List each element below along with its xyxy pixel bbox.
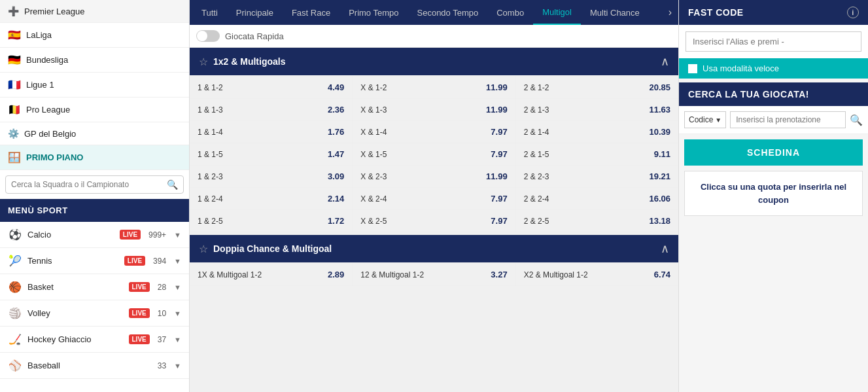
odds-value: 2.89	[328, 270, 344, 279]
sidebar-league-item-bundesliga[interactable]: 🇩🇪Bundesliga	[0, 48, 189, 73]
league-flag: 🇪🇸	[8, 29, 21, 41]
tab-fast-race[interactable]: Fast Race	[283, 0, 339, 25]
odds-cell[interactable]: 1 & 2-5 1.72	[190, 210, 352, 232]
cerca-search-button[interactable]: 🔍	[850, 114, 863, 126]
odds-value: 1.72	[328, 216, 344, 226]
odds-cell[interactable]: 2 & 1-3 11.63	[515, 99, 678, 120]
sport-name: Basket	[27, 282, 124, 292]
collapse-icon[interactable]: ∧	[661, 241, 669, 256]
odds-label: 1 & 1-2	[198, 83, 223, 92]
odds-label: 1 & 1-3	[198, 105, 223, 115]
section-1x2-multigoals: ☆ 1x2 & Multigoals ∧ 1 & 1-2 4.49 X & 1-…	[190, 48, 678, 232]
odds-value: 7.97	[491, 216, 507, 226]
collapse-icon[interactable]: ∧	[661, 54, 669, 69]
fast-code-title: FAST CODE	[688, 7, 744, 18]
sidebar: ➕Premier League🇪🇸LaLiga🇩🇪Bundesliga🇫🇷Lig…	[0, 0, 190, 392]
menu-sport-header: MENÙ SPORT	[0, 199, 189, 222]
tab-principale[interactable]: Principale	[227, 0, 283, 25]
live-badge: LIVE	[129, 334, 150, 344]
odds-cell[interactable]: 2 & 1-5 9.11	[515, 143, 678, 165]
odds-cell[interactable]: 2 & 2-5 13.18	[515, 210, 678, 232]
tab-secondo-tempo[interactable]: Secondo Tempo	[408, 0, 488, 25]
odds-cell[interactable]: 1 & 1-4 1.76	[190, 121, 352, 143]
sidebar-sport-item-hockey[interactable]: 🏒 Hockey Ghiaccio LIVE 37 ▼	[0, 327, 189, 353]
odds-cell[interactable]: 2 & 1-4 10.39	[515, 121, 678, 143]
odds-cell[interactable]: 1 & 2-3 3.09	[190, 166, 352, 187]
star-icon[interactable]: ☆	[199, 56, 208, 68]
section-header-left: ☆ 1x2 & Multigoals	[199, 56, 285, 68]
odds-cell[interactable]: X & 1-4 7.97	[352, 121, 515, 143]
tab-multi-chance[interactable]: Multi Chance	[581, 0, 649, 25]
giocata-rapida-toggle[interactable]	[196, 30, 220, 42]
section-title: Doppia Chance & Multigoal	[213, 243, 332, 254]
cerca-input[interactable]	[730, 111, 846, 128]
odds-cell[interactable]: X & 2-4 7.97	[352, 188, 515, 209]
star-icon[interactable]: ☆	[199, 243, 208, 255]
sidebar-sport-item-baseball[interactable]: ⚾ Baseball 33 ▼	[0, 353, 189, 379]
odds-cell[interactable]: 1 & 2-4 2.14	[190, 188, 352, 209]
odds-cell[interactable]: 12 & Multigoal 1-2 3.27	[352, 264, 515, 285]
odds-cell[interactable]: 1 & 1-2 4.49	[190, 77, 352, 98]
live-badge: LIVE	[124, 256, 145, 266]
odds-value: 7.97	[491, 149, 507, 159]
sport-name: Volley	[27, 308, 124, 318]
odds-cell[interactable]: 1X & Multigoal 1-2 2.89	[190, 264, 352, 285]
sidebar-league-item-ligue1[interactable]: 🇫🇷Ligue 1	[0, 73, 189, 98]
odds-cell[interactable]: X & 2-5 7.97	[352, 210, 515, 232]
section-title: 1x2 & Multigoals	[213, 56, 285, 67]
sidebar-sport-item-volley[interactable]: 🏐 Volley LIVE 10 ▼	[0, 300, 189, 327]
section-header-1x2-multigoals[interactable]: ☆ 1x2 & Multigoals ∧	[190, 48, 678, 75]
tab-tutti[interactable]: Tutti	[192, 0, 227, 25]
odds-cell[interactable]: 2 & 2-4 16.06	[515, 188, 678, 209]
fast-code-input[interactable]	[686, 31, 861, 52]
tab-primo-tempo[interactable]: Primo Tempo	[339, 0, 408, 25]
chevron-down-icon: ▼	[174, 362, 181, 370]
sidebar-league-item-laliga[interactable]: 🇪🇸LaLiga	[0, 23, 189, 48]
use-fast-mode-row[interactable]: Usa modalità veloce	[679, 58, 868, 79]
odds-value: 7.97	[491, 127, 507, 137]
odds-cell[interactable]: 2 & 2-3 19.21	[515, 166, 678, 187]
odds-row: 1 & 2-4 2.14 X & 2-4 7.97 2 & 2-4 16.06	[190, 188, 678, 210]
chevron-down-icon: ▼	[174, 231, 181, 239]
odds-label: X & 1-2	[360, 83, 387, 92]
sidebar-sport-item-tennis[interactable]: 🎾 Tennis LIVE 394 ▼	[0, 248, 189, 274]
cerca-dropdown[interactable]: Codice ▼	[684, 111, 726, 128]
sport-icon-calcio: ⚽	[8, 228, 22, 241]
section-header-doppia-chance[interactable]: ☆ Doppia Chance & Multigoal ∧	[190, 235, 678, 262]
odds-cell[interactable]: X & 1-3 11.99	[352, 99, 515, 120]
league-search-bar[interactable]: 🔍	[5, 175, 184, 194]
odds-row: 1 & 1-4 1.76 X & 1-4 7.97 2 & 1-4 10.39	[190, 121, 678, 143]
odds-cell[interactable]: X & 2-3 11.99	[352, 166, 515, 187]
odds-cell[interactable]: 1 & 1-5 1.47	[190, 143, 352, 165]
odds-label: X2 & Multigoal 1-2	[524, 270, 588, 279]
tab-combo[interactable]: Combo	[487, 0, 533, 25]
sport-name: Calcio	[27, 230, 114, 240]
sport-count: 10	[158, 309, 166, 318]
primo-piano-icon: 🪟	[8, 151, 21, 164]
sidebar-league-item-primo-piano[interactable]: 🪟PRIMO PIANO	[0, 145, 189, 170]
sidebar-league-item-pro-league[interactable]: 🇧🇪Pro League	[0, 98, 189, 122]
tabs-arrow-right[interactable]: ›	[665, 7, 676, 18]
sidebar-sport-item-calcio[interactable]: ⚽ Calcio LIVE 999+ ▼	[0, 222, 189, 248]
odds-cell[interactable]: 1 & 1-3 2.36	[190, 99, 352, 120]
sidebar-sport-item-basket[interactable]: 🏀 Basket LIVE 28 ▼	[0, 274, 189, 300]
odds-label: 1 & 1-5	[198, 150, 223, 159]
league-search-input[interactable]	[11, 180, 167, 189]
fast-code-input-area	[679, 25, 868, 58]
odds-value: 4.49	[328, 82, 344, 92]
odds-cell[interactable]: X2 & Multigoal 1-2 6.74	[515, 264, 678, 285]
sidebar-league-item-gp-belgio[interactable]: ⚙️GP del Belgio	[0, 122, 189, 145]
odds-cell[interactable]: X & 1-5 7.97	[352, 143, 515, 165]
fast-code-header: FAST CODE i	[679, 0, 868, 25]
sport-name: Hockey Ghiaccio	[27, 334, 124, 344]
schedina-button[interactable]: SCHEDINA	[684, 139, 863, 166]
tab-multigol[interactable]: Multigol	[533, 0, 581, 25]
league-name: Pro League	[26, 105, 181, 115]
league-name: Premier League	[24, 7, 181, 16]
sport-count: 37	[158, 335, 166, 344]
use-fast-mode-checkbox[interactable]	[688, 64, 697, 73]
sidebar-league-item-premier[interactable]: ➕Premier League	[0, 0, 189, 23]
fast-code-info-icon[interactable]: i	[847, 7, 859, 18]
odds-cell[interactable]: 2 & 1-2 20.85	[515, 77, 678, 98]
odds-cell[interactable]: X & 1-2 11.99	[352, 77, 515, 98]
